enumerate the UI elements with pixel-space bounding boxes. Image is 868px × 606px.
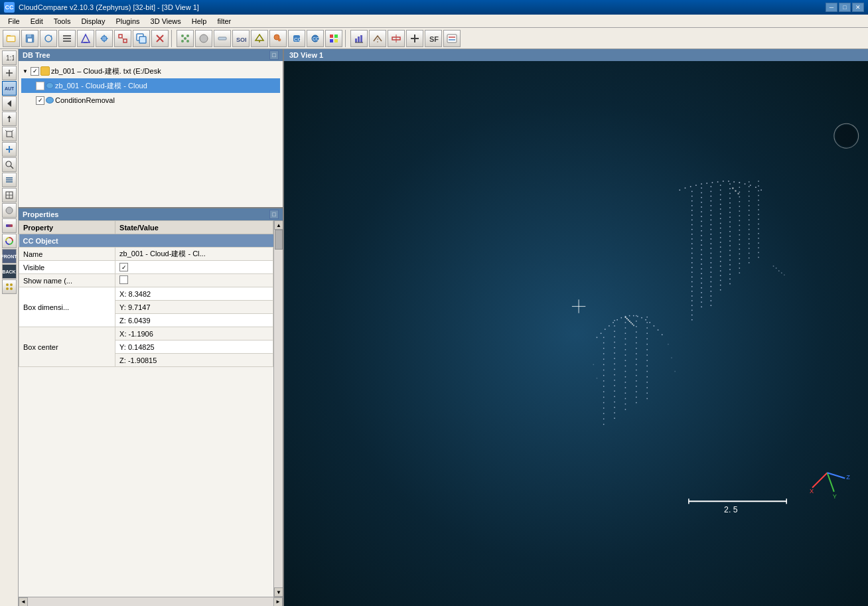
prop-showname-value[interactable] [115,274,273,287]
tree-checkbox-root[interactable] [31,67,39,76]
scroll-thumb-v[interactable] [275,230,283,250]
menu-filter[interactable]: filter [212,16,236,27]
left-tool-layers[interactable] [2,173,17,187]
left-tool-plus[interactable] [2,66,17,80]
close-button[interactable]: ✕ [852,3,864,12]
svg-rect-263 [758,195,759,196]
scroll-left-btn[interactable]: ◄ [19,597,28,607]
svg-point-78 [10,283,13,286]
left-tool-plus2[interactable] [2,142,17,157]
svg-rect-327 [614,407,615,408]
svg-line-402 [828,473,834,492]
filter-flat-button[interactable] [214,30,231,47]
svg-rect-354 [636,348,637,349]
tree-item-root[interactable]: ▼ zb_001 – Cloud-建模. txt (E:/Desk [21,64,280,78]
label-button[interactable]: SF [425,30,442,47]
left-tool-front[interactable]: FRONT [2,249,17,264]
menu-3d-views[interactable]: 3D Views [145,16,186,27]
left-tool-dots[interactable] [2,279,17,294]
noise-button[interactable] [251,30,268,47]
svg-rect-379 [646,393,648,394]
showname-checkbox[interactable] [119,275,128,284]
tree-checkbox-cloud[interactable] [36,82,44,90]
left-tool-gradient[interactable] [2,218,17,233]
svg-rect-126 [701,192,702,194]
scale-label: 2. 5 [724,505,738,514]
translate-button[interactable] [96,30,113,47]
properties-restore-button[interactable]: □ [269,210,279,219]
view-3d-canvas[interactable]: // We'll use static points in SVG [284,61,868,606]
svg-rect-351 [636,331,637,333]
properties-scrollbar-v[interactable]: ▲ ▼ [273,220,283,597]
maximize-button[interactable]: □ [839,3,851,12]
cc-tool2-button[interactable]: CC [307,30,324,47]
octree-button[interactable] [269,30,287,47]
left-tool-back2[interactable]: BACK [2,264,17,279]
delete-button[interactable] [151,30,169,47]
prop-visible-value[interactable] [115,261,273,274]
tree-checkbox-condition[interactable] [36,96,44,105]
menu-edit[interactable]: Edit [25,16,48,27]
segments-button[interactable] [114,30,131,47]
menu-file[interactable]: File [3,16,25,27]
svg-line-403 [828,473,845,478]
tree-item-condition[interactable]: ConditionRemoval [21,93,280,108]
open-button[interactable] [3,30,20,47]
menu-plugins[interactable]: Plugins [110,16,145,27]
sf-button[interactable] [443,30,461,47]
scroll-right-btn[interactable]: ► [273,597,283,607]
menu-tools[interactable]: Tools [48,16,76,27]
plus-section-button[interactable] [406,30,423,47]
section-button[interactable] [388,30,405,47]
left-tool-back[interactable] [2,96,17,111]
scroll-down-btn[interactable]: ▼ [274,587,283,597]
left-tool-zoom[interactable] [2,157,17,172]
svg-rect-298 [603,358,605,360]
sample-button[interactable] [177,30,194,47]
scroll-track-v[interactable] [274,230,283,587]
minimize-button[interactable]: ─ [826,3,837,12]
rotate-view-button[interactable] [40,30,57,47]
left-tool-auto[interactable]: AUTO [2,81,17,96]
menu-help[interactable]: Help [186,16,212,27]
visible-checkbox[interactable] [119,263,128,271]
canvas-background[interactable]: // We'll use static points in SVG [284,61,868,606]
histogram-button[interactable] [350,30,368,47]
svg-rect-171 [711,281,712,283]
menu-display[interactable]: Display [76,16,110,27]
svg-rect-388 [628,319,629,321]
add-point-button[interactable] [77,30,94,47]
svg-rect-320 [614,369,615,370]
cc-tool1-button[interactable]: CC [288,30,305,47]
cross-section-button[interactable] [369,30,386,47]
svg-rect-244 [749,191,750,192]
prop-name-value[interactable]: zb_001 - Cloud-建模 - Cl... [115,248,273,261]
clone-button[interactable] [133,30,150,47]
svg-rect-144 [701,278,702,279]
left-tool-cube[interactable] [2,127,17,141]
svg-rect-123 [691,315,693,316]
tree-expand-root[interactable]: ▼ [23,68,29,74]
properties-table: Property State/Value CC Object Name [19,220,273,367]
db-tree-restore-button[interactable]: □ [269,50,279,60]
properties-scrollbar-h[interactable]: ◄ ► [19,597,283,606]
left-tool-arrow[interactable] [2,112,17,126]
svg-rect-124 [691,319,693,321]
sor-button[interactable]: SOR [232,30,250,47]
left-tool-grid[interactable] [2,188,17,202]
list-button[interactable] [58,30,76,47]
scroll-up-btn[interactable]: ▲ [274,220,283,230]
tree-item-cloud[interactable]: zb_001 - Cloud-建模 - Cloud [21,78,280,93]
filter-sphere-button[interactable] [195,30,212,47]
prop-box-x: X: 8.3482 [115,287,273,301]
svg-rect-83 [690,186,691,187]
svg-rect-313 [614,331,615,332]
left-tool-sphere[interactable] [2,203,17,218]
svg-rect-156 [711,210,712,211]
title-bar-buttons[interactable]: ─ □ ✕ [826,3,864,12]
save-button[interactable] [21,30,38,47]
left-tool-color[interactable] [2,234,17,248]
color-grid-button[interactable] [325,30,342,47]
svg-rect-301 [603,375,605,376]
left-tool-1[interactable]: 1:1 [2,50,17,65]
